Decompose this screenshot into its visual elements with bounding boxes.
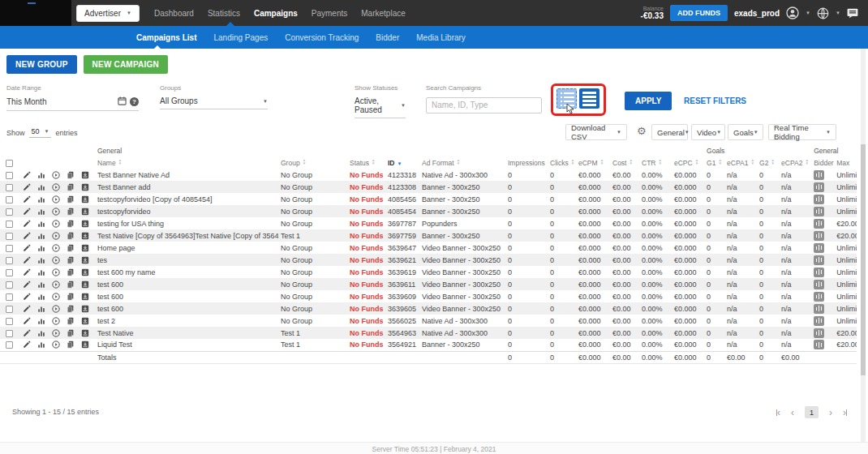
copy-icon[interactable]: [67, 317, 75, 325]
reset-filters-link[interactable]: RESET FILTERS: [684, 96, 746, 105]
stats-icon[interactable]: [37, 281, 45, 289]
bidder-stats-icon[interactable]: [814, 328, 824, 338]
bidder-stats-icon[interactable]: [814, 170, 824, 180]
stats-icon[interactable]: [37, 305, 45, 313]
col-ecpa1[interactable]: eCPA1▲▼: [725, 156, 758, 169]
play-icon[interactable]: [52, 281, 60, 289]
col-ctr[interactable]: CTR▲▼: [640, 156, 672, 169]
bidder-stats-icon[interactable]: [814, 207, 824, 216]
row-checkbox[interactable]: [6, 233, 13, 240]
tab-campaigns-list[interactable]: Campaigns List: [136, 33, 196, 42]
avatar-icon[interactable]: [786, 6, 799, 19]
select-all-checkbox[interactable]: [6, 160, 13, 167]
tab-landing-pages[interactable]: Landing Pages: [213, 33, 268, 42]
copy-icon[interactable]: [67, 208, 75, 216]
col-name[interactable]: Name▲▼: [96, 156, 279, 169]
statuses-select[interactable]: Active, Paused ▼: [355, 96, 406, 118]
play-icon[interactable]: [52, 340, 60, 349]
add-funds-button[interactable]: ADD FUNDS: [670, 5, 728, 21]
stats-icon[interactable]: [37, 208, 45, 216]
next-page-icon[interactable]: ›: [829, 408, 832, 418]
row-checkbox[interactable]: [6, 330, 13, 337]
bidder-stats-icon[interactable]: [814, 340, 824, 349]
archive-icon[interactable]: [81, 305, 89, 313]
first-page-icon[interactable]: ‹: [776, 408, 780, 418]
archive-icon[interactable]: [81, 293, 89, 301]
columns-select-video[interactable]: Video▼: [691, 124, 725, 140]
copy-icon[interactable]: [67, 340, 75, 349]
row-checkbox[interactable]: [6, 172, 13, 179]
copy-icon[interactable]: [67, 329, 75, 337]
tab-bidder[interactable]: Bidder: [376, 33, 399, 42]
edit-icon[interactable]: [23, 329, 31, 337]
edit-icon[interactable]: [23, 268, 31, 276]
archive-icon[interactable]: [81, 317, 89, 325]
copy-icon[interactable]: [67, 220, 75, 228]
gear-icon[interactable]: ⚙: [637, 126, 647, 136]
play-icon[interactable]: [52, 208, 60, 216]
archive-icon[interactable]: [81, 256, 89, 264]
row-checkbox[interactable]: [6, 257, 13, 264]
chevron-down-icon[interactable]: ▼: [836, 11, 840, 15]
play-icon[interactable]: [52, 183, 60, 191]
stats-icon[interactable]: [37, 340, 45, 349]
copy-icon[interactable]: [67, 244, 75, 252]
col-status[interactable]: Status▲▼: [348, 156, 386, 169]
edit-icon[interactable]: [23, 232, 31, 240]
col-ecpa2[interactable]: eCPA2▲▼: [780, 156, 812, 169]
col-g1[interactable]: G1▲▼: [705, 156, 725, 169]
stats-icon[interactable]: [37, 232, 45, 240]
edit-icon[interactable]: [23, 183, 31, 191]
advertiser-dropdown[interactable]: Advertiser ▼: [76, 5, 140, 22]
last-page-icon[interactable]: ›: [843, 408, 847, 418]
row-checkbox[interactable]: [6, 221, 13, 228]
edit-icon[interactable]: [23, 220, 31, 228]
archive-icon[interactable]: [81, 268, 89, 276]
scrollbar-thumb[interactable]: [861, 144, 866, 375]
columns-select-rtb[interactable]: Real Time Bidding▼: [768, 124, 836, 140]
groups-select[interactable]: All Groups ▼: [160, 96, 268, 109]
edit-icon[interactable]: [23, 195, 31, 203]
search-input[interactable]: [426, 97, 542, 114]
date-range-value[interactable]: This Month ?: [6, 96, 139, 111]
stats-icon[interactable]: [37, 220, 45, 228]
col-id[interactable]: ID▼: [386, 156, 420, 169]
archive-icon[interactable]: [81, 329, 89, 337]
page-size-select[interactable]: 50 ▼: [29, 127, 52, 138]
play-icon[interactable]: [52, 232, 60, 240]
col-group[interactable]: Group▲▼: [279, 156, 348, 169]
col-g2[interactable]: G2▲▼: [758, 156, 780, 169]
vertical-scrollbar[interactable]: [861, 49, 866, 442]
row-checkbox[interactable]: [6, 293, 13, 301]
tab-media-library[interactable]: Media Library: [416, 33, 466, 42]
download-csv-dropdown[interactable]: Download CSV▼: [565, 124, 627, 140]
nav-payments[interactable]: Payments: [312, 9, 347, 18]
bidder-stats-icon[interactable]: [814, 195, 824, 204]
bidder-stats-icon[interactable]: [814, 268, 824, 277]
edit-icon[interactable]: [23, 244, 31, 252]
stats-icon[interactable]: [37, 244, 45, 252]
row-checkbox[interactable]: [6, 245, 13, 252]
archive-icon[interactable]: [81, 340, 89, 349]
edit-icon[interactable]: [23, 256, 31, 264]
copy-icon[interactable]: [67, 305, 75, 313]
col-max[interactable]: Max: [835, 156, 857, 169]
play-icon[interactable]: [52, 171, 60, 179]
chevron-down-icon[interactable]: ▼: [806, 11, 810, 15]
copy-icon[interactable]: [67, 281, 75, 289]
compact-view-icon[interactable]: [579, 88, 599, 109]
col-impressions[interactable]: Impressions▲▼: [506, 156, 548, 169]
edit-icon[interactable]: [23, 293, 31, 301]
col-cost[interactable]: Cost▲▼: [611, 156, 640, 169]
stats-icon[interactable]: [37, 317, 45, 325]
new-campaign-button[interactable]: NEW CAMPAIGN: [84, 55, 168, 74]
row-checkbox[interactable]: [6, 341, 13, 349]
row-checkbox[interactable]: [6, 208, 13, 216]
archive-icon[interactable]: [81, 183, 89, 191]
bidder-stats-icon[interactable]: [814, 280, 824, 289]
stats-icon[interactable]: [37, 329, 45, 337]
edit-icon[interactable]: [23, 281, 31, 289]
copy-icon[interactable]: [67, 268, 75, 276]
copy-icon[interactable]: [67, 232, 75, 240]
play-icon[interactable]: [52, 268, 60, 276]
